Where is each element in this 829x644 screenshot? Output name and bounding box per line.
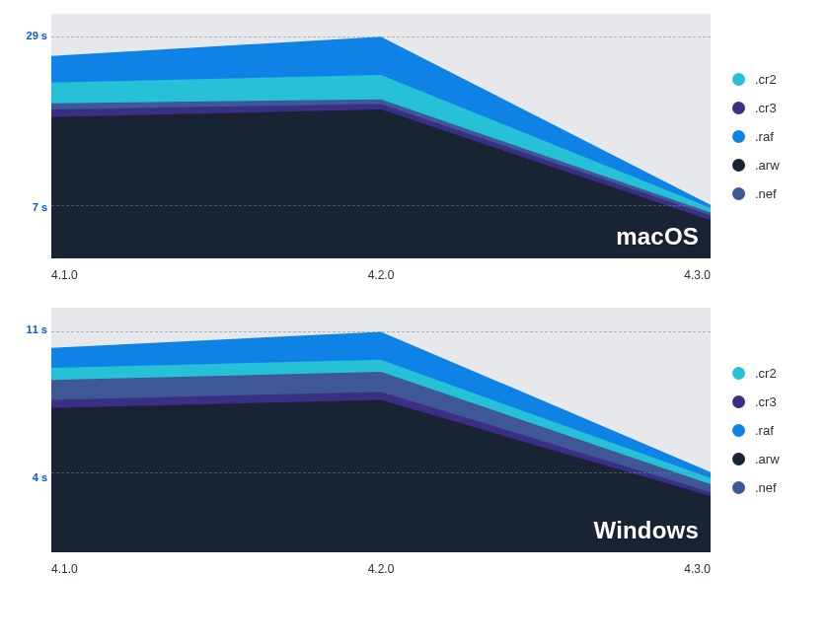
- swatch-icon: [732, 424, 745, 437]
- area-layers-macos: [51, 14, 711, 258]
- xticks-macos: 4.1.0 4.2.0 4.3.0: [51, 264, 711, 282]
- legend-label: .nef: [755, 186, 777, 201]
- legend-windows: .cr2.cr3.raf.arw.nef: [711, 308, 813, 552]
- legend-label: .cr2: [755, 72, 777, 87]
- legend-item-cr3: .cr3: [732, 101, 813, 115]
- plot-windows: Windows: [51, 308, 711, 552]
- legend-label: .cr3: [755, 394, 777, 409]
- swatch-icon: [732, 481, 745, 494]
- chart-title-macos: macOS: [616, 223, 699, 250]
- chart-windows: 11 s 4 s Windows .cr2.cr3.raf.arw.nef 4.…: [16, 308, 813, 576]
- xtick-label: 4.2.0: [368, 562, 395, 576]
- legend-macos: .cr2.cr3.raf.arw.nef: [711, 14, 813, 258]
- swatch-icon: [732, 159, 745, 172]
- swatch-icon: [732, 130, 745, 143]
- legend-item-raf: .raf: [732, 423, 813, 438]
- xtick-label: 4.2.0: [368, 268, 395, 282]
- chart-windows-upper: 11 s 4 s Windows .cr2.cr3.raf.arw.nef: [16, 308, 813, 552]
- swatch-icon: [732, 73, 745, 86]
- legend-item-raf: .raf: [732, 129, 813, 144]
- legend-label: .arw: [755, 158, 780, 173]
- ytick-label: 11 s: [27, 323, 47, 335]
- ytick-label: 29 s: [27, 30, 47, 41]
- xaxis-windows: 4.1.0 4.2.0 4.3.0: [16, 558, 813, 576]
- xaxis-macos: 4.1.0 4.2.0 4.3.0: [16, 264, 813, 282]
- chart-macos-upper: 29 s 7 s macOS .cr2.cr3.raf.arw.nef: [16, 14, 813, 258]
- plot-macos: macOS: [51, 14, 711, 258]
- swatch-icon: [732, 187, 745, 200]
- chart-macos: 29 s 7 s macOS .cr2.cr3.raf.arw.nef 4.1.…: [16, 14, 813, 282]
- xtick-label: 4.3.0: [684, 562, 711, 576]
- xtick-label: 4.1.0: [51, 268, 78, 282]
- swatch-icon: [732, 395, 745, 408]
- swatch-icon: [732, 453, 745, 465]
- legend-label: .raf: [755, 423, 774, 438]
- legend-item-cr2: .cr2: [732, 72, 813, 87]
- legend-item-arw: .arw: [732, 452, 813, 466]
- legend-item-nef: .nef: [732, 480, 813, 495]
- legend-item-cr2: .cr2: [732, 366, 813, 381]
- legend-label: .arw: [755, 452, 780, 466]
- xticks-windows: 4.1.0 4.2.0 4.3.0: [51, 558, 711, 576]
- ytick-label: 4 s: [33, 471, 47, 483]
- yaxis-windows: 11 s 4 s: [16, 308, 51, 552]
- xtick-label: 4.1.0: [51, 562, 78, 576]
- legend-item-cr3: .cr3: [732, 394, 813, 409]
- ytick-label: 7 s: [33, 201, 47, 213]
- legend-label: .raf: [755, 129, 774, 144]
- swatch-icon: [732, 102, 745, 114]
- xtick-label: 4.3.0: [684, 268, 711, 282]
- charts-page: 29 s 7 s macOS .cr2.cr3.raf.arw.nef 4.1.…: [0, 0, 829, 644]
- area-layers-windows: [51, 308, 711, 552]
- legend-item-arw: .arw: [732, 158, 813, 173]
- chart-title-windows: Windows: [593, 517, 699, 544]
- legend-label: .nef: [755, 480, 777, 495]
- swatch-icon: [732, 367, 745, 380]
- legend-label: .cr3: [755, 101, 777, 115]
- yaxis-macos: 29 s 7 s: [16, 14, 51, 258]
- legend-item-nef: .nef: [732, 186, 813, 201]
- legend-label: .cr2: [755, 366, 777, 381]
